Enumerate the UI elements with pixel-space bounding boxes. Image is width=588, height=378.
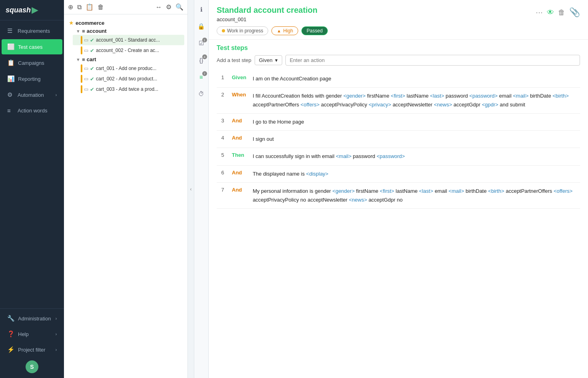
sidebar-nav: ☰ Requirements ⬜ Test cases 📋 Campaigns … [0,20,64,308]
tree-item-cart-001[interactable]: ▭ ✔ cart_001 - Add one produc... [73,63,184,74]
sidebar-item-automation-label: Automation [18,92,44,98]
sidebar-item-reporting[interactable]: 📊 Reporting [2,71,62,86]
paperclip-icon[interactable]: 📎 [569,7,580,18]
lock-panel-btn[interactable]: 🔒 [196,21,207,32]
table-row[interactable]: 2WhenI fill AccountCreation fields with … [217,88,580,114]
delete-icon[interactable]: 🗑 [98,4,104,11]
tree-content: ★ ecommerce ▼ ■ account ▭ ✔ account_001 … [64,14,187,378]
collapse-cart-icon[interactable]: ▼ [76,57,80,62]
starred-project[interactable]: ★ ecommerce [67,18,184,27]
tree-item-account-002[interactable]: ▭ ✔ account_002 - Create an ac... [73,45,184,56]
step-content: I go to the Home page [249,114,580,131]
test-steps-area: Test steps Add a test step Given ▾ 1Give… [209,40,588,378]
lines-panel-btn[interactable]: ≡ 7 [196,71,207,82]
cart-items: ▭ ✔ cart_001 - Add one produc... ▭ ✔ car… [73,63,184,94]
info-icon: ℹ [200,6,203,13]
add-icon[interactable]: ⊕ [68,3,73,11]
sidebar-item-campaigns[interactable]: 📋 Campaigns [2,55,62,70]
help-icon: ❓ [7,330,15,338]
table-row[interactable]: 6AndThe displayed name is <display> [217,165,580,182]
status-tag-wip[interactable]: Work in progress [217,26,268,35]
braces-badge: 4 [202,54,207,59]
status-tag-passed[interactable]: Passed [301,26,328,35]
step-param: <news> [434,102,452,108]
step-param: <gpdr> [482,102,498,108]
doc-icon-cart-002: ▭ [84,76,88,82]
sidebar-item-project-filter[interactable]: ⚡ Project filter › [2,342,62,357]
eye-icon[interactable]: 👁 [547,8,554,17]
icon-panel: ℹ 🔒 ☑ 1 {} 4 ≡ 7 ⏱ [194,0,209,378]
account-folder-row[interactable]: ▼ ■ account [73,27,184,35]
passed-label: Passed [307,28,323,34]
table-row[interactable]: 5ThenI can successfully sign in with ema… [217,148,580,165]
status-bar-cart-001 [81,64,82,72]
sidebar-item-test-cases-label: Test cases [18,44,42,50]
status-tag-high[interactable]: ▲ High [271,26,298,35]
status-bar-account-001 [81,36,82,44]
step-keyword: And [229,165,249,182]
header-left: Standard account creation account_001 Wo… [217,6,328,35]
logo[interactable]: squash ▶ [0,0,64,20]
check-icon-cart-002: ✔ [90,76,94,82]
tree-item-account-001[interactable]: ▭ ✔ account_001 - Standard acc... [73,35,184,45]
check-icon-account-002: ✔ [90,48,94,54]
sidebar-item-requirements[interactable]: ☰ Requirements [2,23,62,38]
administration-arrow-icon: › [56,316,57,321]
table-row[interactable]: 1GivenI am on the AccountCreation page [217,70,580,88]
requirements-icon: ☰ [7,27,14,34]
step-param: <birth> [488,188,504,194]
step-param: <news> [349,197,367,203]
step-number: 3 [217,114,229,131]
delete-step-icon[interactable]: 🗑 [558,8,565,17]
step-param: <password> [469,93,498,99]
test-steps-title: Test steps [217,44,248,52]
sidebar-item-help[interactable]: ❓ Help › [2,326,62,342]
more-options-icon[interactable]: ⋯ [536,8,543,17]
tree-collapse-btn[interactable]: ‹ [188,0,194,378]
cart-002-label: cart_002 - Add two product... [96,76,157,82]
doc-icon-account-001: ▭ [84,37,88,43]
table-row[interactable]: 4AndI sign out [217,131,580,148]
step-param: <mail> [513,93,528,99]
wip-dot-icon [222,29,225,32]
tree-item-cart-002[interactable]: ▭ ✔ cart_002 - Add two product... [73,74,184,84]
main-content: Standard account creation account_001 Wo… [209,0,588,378]
step-param: <first> [391,93,405,99]
wip-label: Work in progress [227,28,263,34]
folder-icon: ■ [82,28,85,34]
step-keyword: And [229,114,249,131]
tree-item-cart-003[interactable]: ▭ ✔ cart_003 - Add twice a prod... [73,84,184,94]
copy-icon[interactable]: ⧉ [77,4,82,11]
steps-table: 1GivenI am on the AccountCreation page2W… [217,70,580,209]
cart-folder-row[interactable]: ▼ ■ cart [73,56,184,63]
user-avatar[interactable]: S [26,360,38,373]
account-folder-label: account [87,28,107,34]
info-panel-btn[interactable]: ℹ [196,4,207,15]
sidebar-item-test-cases[interactable]: ⬜ Test cases [2,39,62,54]
automation-icon: ⚙ [7,91,14,98]
collapse-account-icon[interactable]: ▼ [76,29,80,34]
search-icon[interactable]: 🔍 [175,3,183,11]
logo-arrow: ▶ [32,5,38,15]
step-type-value: Given [259,57,273,63]
table-row[interactable]: 7AndMy personal information is gender <g… [217,182,580,208]
paste-icon[interactable]: 📋 [86,3,94,11]
checklist-panel-btn[interactable]: ☑ 1 [196,38,207,49]
main-header: Standard account creation account_001 Wo… [209,0,588,40]
step-type-select[interactable]: Given ▾ [255,55,282,65]
account-002-label: account_002 - Create an ac... [96,48,159,53]
cart-folder-label: cart [87,56,96,62]
sidebar-item-administration[interactable]: 🔧 Administration › [2,311,62,326]
transfer-icon[interactable]: ↔ [155,4,162,11]
action-input[interactable] [285,55,580,66]
sidebar-item-automation[interactable]: ⚙ Automation › [2,87,62,102]
sidebar-item-help-label: Help [18,331,29,337]
braces-panel-btn[interactable]: {} 4 [196,54,207,66]
sidebar-item-action-words[interactable]: ≡ Action words [2,103,62,118]
step-content: The displayed name is <display> [249,165,580,182]
step-number: 4 [217,131,229,148]
settings-icon[interactable]: ⚙ [166,3,171,11]
clock-panel-btn[interactable]: ⏱ [196,88,207,99]
step-param: <offers> [301,102,319,108]
table-row[interactable]: 3AndI go to the Home page [217,114,580,131]
